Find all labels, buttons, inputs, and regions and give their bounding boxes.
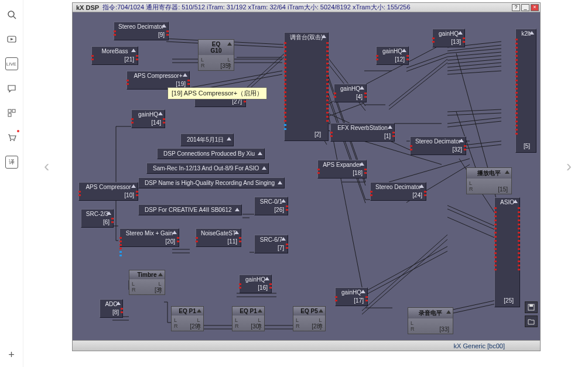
node-stereo-decimator-24[interactable]: Stereo Decimator [24] bbox=[370, 182, 426, 201]
node-timbre[interactable]: Timbre LRLR[3] bbox=[129, 270, 165, 295]
node-aps-expander[interactable]: APS Expander [18] bbox=[317, 160, 367, 179]
node-gainhq-14[interactable]: gainHQ [14] bbox=[131, 109, 165, 128]
chevron-up-icon[interactable] bbox=[388, 125, 392, 129]
node-src23[interactable]: SRC-2/3 [6] bbox=[81, 209, 114, 228]
chevron-up-icon[interactable] bbox=[116, 301, 121, 305]
chevron-up-icon[interactable] bbox=[513, 200, 518, 203]
node-eq-g10[interactable]: EQ G10 LRLR[35] bbox=[198, 39, 234, 71]
chevron-up-icon[interactable] bbox=[278, 181, 282, 184]
chevron-up-icon[interactable] bbox=[262, 166, 266, 170]
search-icon[interactable] bbox=[5, 8, 18, 21]
node-src67[interactable]: SRC-6/7 [7] bbox=[254, 235, 288, 253]
chevron-up-icon[interactable] bbox=[235, 208, 240, 211]
svg-rect-5 bbox=[12, 109, 15, 112]
node-morebass[interactable]: MoreBass [21] bbox=[91, 46, 138, 65]
chevron-up-icon[interactable] bbox=[529, 31, 534, 35]
minimize-button[interactable]: _ bbox=[521, 4, 529, 11]
chevron-up-icon[interactable] bbox=[402, 49, 406, 52]
chat-icon[interactable] bbox=[5, 82, 18, 95]
chevron-up-icon[interactable] bbox=[172, 231, 177, 234]
node-title: SRC-0/1 bbox=[260, 198, 282, 205]
node-gainhq-4[interactable]: gainHQ [4] bbox=[334, 84, 367, 102]
label-creative[interactable]: DSP For CREATIVE A4II SB0612 bbox=[138, 204, 242, 215]
canvas-actions bbox=[525, 299, 538, 327]
node-title: Stereo Decimator bbox=[375, 184, 421, 190]
chevron-up-icon[interactable] bbox=[107, 211, 111, 215]
translate-icon[interactable]: 译 bbox=[5, 156, 18, 169]
live-icon[interactable]: LIVE bbox=[5, 57, 18, 70]
node-mixer[interactable]: 调音台(双击) [2] bbox=[284, 32, 329, 141]
chevron-up-icon[interactable] bbox=[162, 24, 166, 28]
chevron-up-icon[interactable] bbox=[158, 112, 163, 115]
titlebar[interactable]: kX DSP 指令:704/1024 通用寄存器: 510/512 iTram:… bbox=[73, 3, 540, 12]
chevron-up-icon[interactable] bbox=[322, 35, 326, 38]
node-title: EQ P5 bbox=[300, 308, 317, 314]
chevron-up-icon[interactable] bbox=[227, 42, 232, 46]
chevron-up-icon[interactable] bbox=[265, 277, 269, 280]
dsp-canvas[interactable]: Stereo Decimator [9] MoreBass [21] EQ G1… bbox=[73, 12, 540, 340]
node-gainhq-13[interactable]: gainHQ [13] bbox=[432, 29, 465, 47]
chevron-up-icon[interactable] bbox=[360, 162, 364, 166]
node-eq-p1-29[interactable]: EQ P1 LRLR[29] bbox=[171, 306, 204, 331]
chevron-up-icon[interactable] bbox=[361, 290, 365, 293]
label-author[interactable]: DSP Connections Produced By Xiu bbox=[157, 148, 265, 159]
label-date[interactable]: 2014年5月1日 bbox=[180, 133, 234, 146]
node-rec-level[interactable]: 录音电平 LR[33] bbox=[408, 307, 453, 334]
chevron-up-icon[interactable] bbox=[131, 184, 136, 188]
cart-icon[interactable] bbox=[5, 131, 18, 144]
chevron-up-icon[interactable] bbox=[446, 310, 451, 314]
node-stereo-decimator-9[interactable]: Stereo Decimator [9] bbox=[114, 22, 169, 40]
chevron-up-icon[interactable] bbox=[281, 237, 286, 241]
plus-icon[interactable]: + bbox=[5, 348, 18, 361]
chevron-up-icon[interactable] bbox=[258, 309, 262, 313]
node-id: [1] bbox=[331, 132, 394, 141]
node-title: SRC-2/3 bbox=[86, 211, 108, 217]
node-gainhq-12[interactable]: gainHQ [12] bbox=[376, 46, 409, 65]
next-image-button[interactable]: › bbox=[566, 157, 572, 176]
save-icon-button[interactable] bbox=[525, 301, 538, 313]
node-id: [35] bbox=[220, 63, 230, 69]
node-id: [7] bbox=[255, 243, 288, 253]
node-eq-p1-30[interactable]: EQ P1 LRLR[30] bbox=[232, 306, 265, 331]
node-id: [33] bbox=[439, 326, 449, 332]
chevron-up-icon[interactable] bbox=[234, 231, 239, 234]
node-gainhq-17[interactable]: gainHQ [17] bbox=[335, 287, 368, 306]
node-gainhq-16[interactable]: gainHQ [16] bbox=[239, 275, 272, 293]
close-button[interactable]: × bbox=[531, 4, 539, 11]
chevron-up-icon[interactable] bbox=[319, 309, 323, 313]
node-aps-compressor[interactable]: APS Compressor [10] bbox=[78, 182, 138, 201]
node-play-level[interactable]: 播放电平 LR[15] bbox=[466, 167, 512, 194]
node-k2lt[interactable]: k2lt [5] bbox=[515, 29, 536, 153]
node-src01[interactable]: SRC-0/1 [26] bbox=[254, 197, 288, 215]
node-id: [21] bbox=[92, 55, 138, 64]
label-dspname[interactable]: DSP Name is High-Quality Recording And S… bbox=[138, 177, 285, 188]
node-eq-p5[interactable]: EQ P5 LRLR[28] bbox=[293, 306, 326, 331]
chevron-up-icon[interactable] bbox=[505, 170, 510, 174]
chevron-up-icon[interactable] bbox=[158, 273, 163, 276]
node-reverb[interactable]: EFX ReverbStation [1] bbox=[330, 123, 395, 142]
node-stereo-decimator-32[interactable]: Stereo Decimator [32] bbox=[410, 136, 466, 155]
chevron-up-icon[interactable] bbox=[258, 152, 262, 155]
help-button[interactable]: ? bbox=[512, 4, 520, 11]
apps-icon[interactable] bbox=[5, 107, 18, 119]
node-noisegate[interactable]: NoiseGateST [11] bbox=[196, 228, 241, 247]
open-icon-button[interactable] bbox=[525, 315, 538, 327]
chevron-up-icon[interactable] bbox=[131, 49, 136, 52]
chevron-up-icon[interactable] bbox=[183, 73, 187, 77]
chevron-up-icon[interactable] bbox=[419, 184, 424, 188]
node-adc[interactable]: ADC [8] bbox=[100, 299, 123, 318]
svg-point-0 bbox=[8, 11, 14, 17]
chevron-up-icon[interactable] bbox=[360, 86, 364, 90]
chevron-up-icon[interactable] bbox=[459, 139, 464, 142]
node-stereo-mix-gain[interactable]: Stereo Mix + Gain [20] bbox=[119, 228, 179, 247]
chevron-up-icon[interactable] bbox=[458, 31, 463, 35]
label-samrec[interactable]: Sam-Rec In-12/13 And Out-8/9 For ASIO bbox=[146, 163, 269, 174]
chevron-up-icon[interactable] bbox=[227, 137, 231, 140]
chevron-up-icon[interactable] bbox=[281, 199, 286, 203]
node-asio[interactable]: ASIO [25] bbox=[494, 197, 520, 307]
node-id: [2] bbox=[311, 130, 324, 139]
node-title: EQ P1 bbox=[179, 308, 196, 314]
chevron-up-icon[interactable] bbox=[197, 309, 201, 313]
play-icon[interactable] bbox=[5, 33, 18, 46]
prev-image-button[interactable]: ‹ bbox=[44, 157, 49, 176]
